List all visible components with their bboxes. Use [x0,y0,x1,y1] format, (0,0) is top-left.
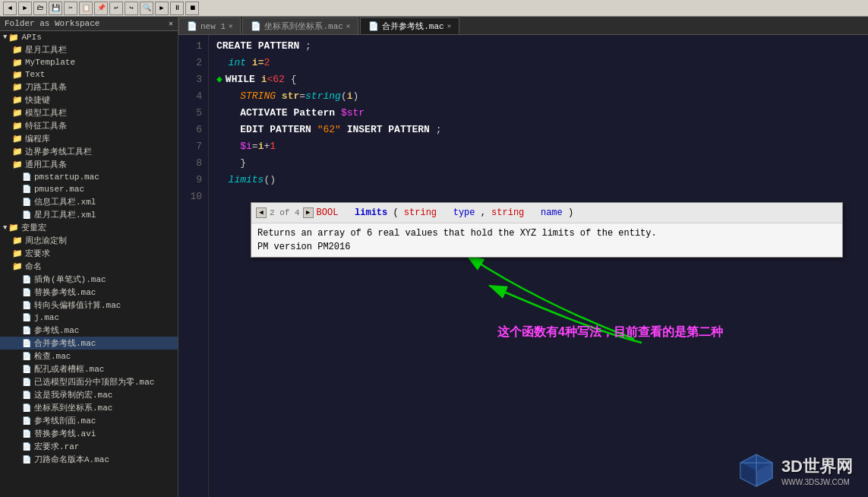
code-line-6: EDIT PATTERN "62" INSERT PATTERN ; [216,122,860,138]
tab-coords[interactable]: 📄 坐标系到坐标系.mac ✕ [242,17,358,34]
file-icon: 📄 [21,454,32,465]
paren2: ) [353,88,359,105]
tree-label: 星月工具栏.xml [34,209,96,220]
tree-item-req-rar[interactable]: 📄 宏要求.rar [0,440,178,453]
tree-item-modeltb[interactable]: 📁 模型工具栏 [0,106,178,119]
tree-item-replace-ref[interactable]: 📄 替换参考线.mac [0,286,178,299]
toolbar-btn-13[interactable]: ⏹ [185,2,199,15]
ac-next-btn[interactable]: ▶ [303,207,314,218]
tree-item-featuretb[interactable]: 📁 特征工具条 [0,119,178,132]
tree-item-startb-xml[interactable]: 📄 星月工具栏.xml [0,208,178,221]
folder-icon: 📁 [12,248,23,259]
watermark: 3D世界网 WWW.3DSJW.COM [737,451,853,489]
autocomplete-popup[interactable]: ◀ 2 of 4 ▶ BOOL limits ( string type [251,202,843,258]
indent6 [216,122,240,138]
toolbar-btn-5[interactable]: ✂ [64,2,77,15]
tree-item-library[interactable]: 📁 编程库 [0,132,178,145]
logo-cube-icon [737,451,775,489]
tree-item-apis[interactable]: ▼ 📁 APIs [0,31,178,43]
logo-text-group: 3D世界网 WWW.3DSJW.COM [781,455,853,486]
tree-item-naming[interactable]: 📁 命名 [0,260,178,273]
tab-close-btn[interactable]: ✕ [229,22,232,30]
eq: = [252,138,258,155]
space2 [335,105,341,122]
tree-item-check[interactable]: 📄 检查.mac [0,350,178,362]
plus: + [264,138,270,155]
ac-prev-btn[interactable]: ◀ [256,207,267,218]
tree-item-text[interactable]: 📁 Text [0,68,178,81]
tree-item-mymacro[interactable]: 📄 这是我录制的宏.mac [0,388,178,401]
kw-patt2: Pattern [293,105,335,122]
kw-i: i [261,71,267,88]
tree-item-replace-avi[interactable]: 📄 替换参考线.avi [0,427,178,440]
ac-space2 [442,207,447,218]
tree-item-toolpath[interactable]: 📁 刀路工具条 [0,81,178,93]
code-line-3: ◆ WHILE i < 62 { [216,71,860,88]
tree-item-holes[interactable]: 📄 配孔或者槽框.mac [0,362,178,375]
tree-item-boundarytb[interactable]: 📁 边界参考线工具栏 [0,145,178,158]
tab-close-btn-2[interactable]: ✕ [346,22,350,30]
code-content[interactable]: CREATE PATTERN ; int i= 2 [209,35,868,497]
autocomplete-header: ◀ 2 of 4 ▶ BOOL limits ( string type [251,203,842,223]
toolbar-btn-12[interactable]: ⏸ [170,2,184,15]
toolbar-btn-9[interactable]: ↪ [125,2,138,15]
toolbar-btn-11[interactable]: ▶ [155,2,169,15]
tree-item-toolpath-name[interactable]: 📄 刀路命名版本A.mac [0,453,178,466]
tab-mergeref[interactable]: 📄 合并参考线.mac ✕ [360,17,459,34]
tree-item-refcross[interactable]: 📄 参考线剖面.mac [0,414,178,427]
tree-item-turn-offset[interactable]: 📄 转向头偏移值计算.mac [0,299,178,312]
toolbar-btn-8[interactable]: ↩ [109,2,123,15]
tree-item-toolbar1[interactable]: 📁 星月工具栏 [0,43,178,56]
tree-item-mytemplate[interactable]: 📁 MyTemplate [0,56,178,68]
tab-close-btn-3[interactable]: ✕ [447,22,451,30]
space [255,71,261,88]
tree-label: 编程库 [25,133,50,144]
tree-item-generaltb[interactable]: 📁 通用工具条 [0,158,178,171]
tree-item-requirements[interactable]: 📁 宏要求 [0,247,178,260]
tree-item-model-zero[interactable]: 📄 已选模型四面分中顶部为零.mac [0,375,178,388]
tree-label: 信息工具栏.xml [34,196,96,207]
tree-item-coords[interactable]: 📄 坐标系到坐标系.mac [0,401,178,414]
toolbar-btn-4[interactable]: 💾 [49,2,62,15]
tree-item-j[interactable]: 📄 j.mac [0,312,178,324]
paren-close: ) [270,172,276,188]
folder-icon: 📁 [12,69,23,80]
file-icon: 📄 [21,210,32,220]
sidebar-close-btn[interactable]: ✕ [169,19,173,28]
kw-edit: EDIT [240,122,264,138]
kw-i2: i [347,88,353,105]
tree-item-refline[interactable]: 📄 参考线.mac [0,324,178,337]
indent [216,55,229,71]
code-line-8: } [216,155,860,172]
tree-item-custom[interactable]: 📁 周忠渝定制 [0,234,178,247]
toolbar-btn-6[interactable]: 📋 [79,2,93,15]
tree-item-varmacro[interactable]: ▼ 📁 变量宏 [0,221,178,234]
toolbar-btn-7[interactable]: 📌 [94,2,108,15]
toolbar-btn-3[interactable]: 🗁 [33,2,47,15]
logo-site-name: 3D世界网 [781,455,853,478]
code-line-4: STRING str = string ( i ) [216,88,860,105]
kw-lt: < [267,71,273,88]
toolbar-btn-2[interactable]: ▶ [18,2,32,15]
tree-item-pmstartup[interactable]: 📄 pmstartup.mac [0,171,178,183]
tree-item-corner[interactable]: 📄 插角(单笔式).mac [0,273,178,286]
tree-item-merge-ref[interactable]: 📄 合并参考线.mac [0,337,178,350]
folder-icon: 📁 [12,108,23,119]
folder-icon: 📁 [12,95,23,106]
tree-item-shortcut[interactable]: 📁 快捷键 [0,93,178,106]
tree-item-infotb-xml[interactable]: 📄 信息工具栏.xml [0,195,178,208]
kw-stringfn: string [305,88,341,105]
kw-varname: i= [252,55,264,71]
tree-label: 刀路命名版本A.mac [34,454,109,465]
code-editor[interactable]: 1 2 3 4 5 6 7 8 9 10 CREATE [178,35,868,497]
ac-fn-name: limits [355,207,387,218]
tree-item-pmuser[interactable]: 📄 pmuser.mac [0,183,178,195]
tree-label: 已选模型四面分中顶部为零.mac [34,376,154,388]
kw-create: CREATE [216,38,252,55]
toolbar-btn-1[interactable]: ◀ [3,2,17,15]
toolbar-btn-10[interactable]: 🔍 [140,2,153,15]
file-icon: 📄 [21,429,32,439]
tab-new1[interactable]: 📄 new 1 ✕ [178,17,241,34]
tree-label: 周忠渝定制 [25,235,67,246]
kw-string: STRING [240,88,276,105]
